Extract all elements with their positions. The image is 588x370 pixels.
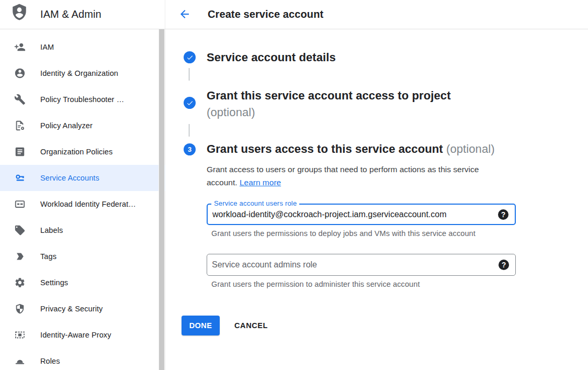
help-icon[interactable]: ? — [499, 260, 509, 270]
users-role-helper-text: Grant users the permissions to deploy jo… — [211, 229, 476, 238]
sidebar-item-label: Policy Troubleshooter … — [40, 86, 124, 113]
sidebar: IAM & Admin IAMIdentity & OrganizationPo… — [0, 0, 165, 370]
service-account-admins-role-field: ? — [207, 254, 516, 276]
proxy-icon — [14, 329, 26, 341]
sidebar-item-label: Organization Policies — [40, 139, 112, 165]
sidebar-item-label: Service Accounts — [40, 165, 99, 191]
sidebar-item-label: Roles — [40, 348, 60, 370]
done-button[interactable]: DONE — [182, 316, 220, 335]
sidebar-title: IAM & Admin — [40, 6, 101, 22]
step-connector — [189, 124, 189, 137]
step-3-description: Grant access to users or groups that nee… — [207, 163, 500, 189]
sidebar-item-workload-identity-federat[interactable]: Workload Identity Federat… — [0, 191, 165, 217]
badge-icon — [14, 198, 26, 210]
sidebar-nav: IAMIdentity & OrganizationPolicy Trouble… — [0, 34, 165, 370]
sidebar-scrollbar-thumb[interactable] — [159, 29, 164, 370]
sidebar-item-label: Labels — [40, 217, 63, 243]
gear-icon — [14, 277, 26, 288]
sidebar-item-settings[interactable]: Settings — [0, 270, 165, 296]
sidebar-item-privacy-security[interactable]: Privacy & Security — [0, 296, 165, 322]
back-arrow-icon[interactable] — [178, 7, 193, 21]
label-icon — [14, 225, 26, 236]
header-divider — [0, 29, 588, 29]
step-3-number: 3 — [188, 145, 191, 153]
sidebar-item-iam[interactable]: IAM — [0, 34, 165, 60]
sidebar-item-identity-aware-proxy[interactable]: Identity-Aware Proxy — [0, 322, 165, 348]
roles-hat-icon — [14, 355, 26, 367]
sidebar-item-policy-analyzer[interactable]: Policy Analyzer — [0, 113, 165, 139]
sidebar-item-label: Policy Analyzer — [40, 113, 93, 139]
sidebar-item-roles[interactable]: Roles — [0, 348, 165, 370]
service-account-users-role-field: Service account users role ? — [207, 204, 516, 225]
article-icon — [14, 146, 26, 158]
service-account-icon — [14, 172, 26, 184]
cancel-button[interactable]: CANCEL — [234, 316, 268, 335]
sidebar-item-tags[interactable]: Tags — [0, 243, 165, 270]
sidebar-item-label: IAM — [40, 34, 54, 60]
learn-more-link[interactable]: Learn more — [240, 178, 281, 187]
sidebar-scrollbar-track[interactable] — [159, 29, 165, 370]
wrench-icon — [14, 94, 26, 105]
sidebar-item-label: Identity & Organization — [40, 60, 118, 86]
policy-analyzer-icon — [14, 120, 26, 131]
shield-half-icon — [14, 303, 26, 315]
sidebar-item-label: Privacy & Security — [40, 296, 103, 322]
person-add-icon — [14, 41, 26, 53]
step-2-complete-check-icon — [184, 97, 196, 109]
sidebar-item-label: Settings — [40, 270, 68, 296]
step-3-number-badge: 3 — [184, 143, 196, 155]
sidebar-item-policy-troubleshooter[interactable]: Policy Troubleshooter … — [0, 86, 165, 113]
users-role-input[interactable] — [208, 205, 515, 224]
admins-role-helper-text: Grant users the permission to administer… — [211, 280, 420, 288]
sidebar-item-labels[interactable]: Labels — [0, 217, 165, 243]
step-3-optional-label: (optional) — [446, 142, 495, 155]
iam-admin-console: IAM & Admin IAMIdentity & OrganizationPo… — [0, 0, 588, 370]
sidebar-item-label: Tags — [40, 243, 56, 270]
help-icon[interactable]: ? — [498, 209, 508, 220]
sidebar-item-label: Identity-Aware Proxy — [40, 322, 111, 348]
step-2-optional-label: (optional) — [207, 106, 255, 119]
step-3-title: Grant users access to this service accou… — [207, 142, 495, 156]
sidebar-item-organization-policies[interactable]: Organization Policies — [0, 139, 165, 165]
sidebar-item-identity-organization[interactable]: Identity & Organization — [0, 60, 165, 86]
step-1-title: Service account details — [207, 51, 336, 64]
step-2-title: Grant this service account access to pro… — [207, 87, 500, 121]
sidebar-item-label: Workload Identity Federat… — [40, 191, 136, 217]
sidebar-header: IAM & Admin — [0, 0, 165, 29]
sidebar-item-service-accounts[interactable]: Service Accounts — [0, 165, 165, 191]
admins-role-input[interactable] — [207, 254, 515, 275]
tag-icon — [14, 251, 26, 262]
page-title: Create service account — [208, 7, 323, 21]
account-circle-icon — [14, 68, 26, 79]
iam-shield-logo-icon — [10, 3, 28, 25]
step-1-complete-check-icon — [184, 51, 196, 63]
step-3-title-text: Grant users access to this service accou… — [207, 142, 443, 155]
step-2-title-text: Grant this service account access to pro… — [207, 89, 451, 102]
step-connector — [189, 68, 189, 81]
